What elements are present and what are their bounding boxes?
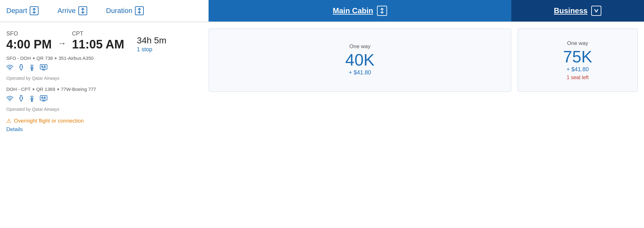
svg-point-0 (9, 69, 10, 70)
business-card[interactable]: One way 75K + $41.80 1 seat left (518, 28, 638, 92)
duration-time: 34h 5m (137, 35, 166, 46)
arrive-sort-button[interactable]: Arrive (58, 6, 87, 15)
power-icon-2 (18, 95, 24, 104)
entertainment-icon-2 (40, 95, 47, 103)
duration-block: 34h 5m 1 stop (137, 28, 166, 53)
duration-sort-button[interactable]: Duration (106, 6, 144, 15)
stops: 1 stop (137, 46, 166, 53)
overnight-warning: ⚠ Overnight flight or connection (6, 117, 202, 124)
svg-rect-8 (40, 96, 47, 100)
arrive-airport: CPT (72, 30, 124, 37)
business-card-label: One way (567, 40, 588, 47)
svg-point-6 (9, 100, 10, 101)
svg-rect-10 (44, 97, 46, 98)
depart-sort-button[interactable]: Depart (6, 6, 39, 15)
svg-rect-11 (41, 98, 46, 99)
wifi-icon (6, 65, 13, 72)
svg-rect-5 (41, 67, 46, 68)
overnight-text: Overnight flight or connection (14, 118, 84, 124)
duration-sort-icon (135, 6, 144, 15)
main-cabin-sort-icon (377, 6, 387, 16)
main-cabin-header[interactable]: Main Cabin (209, 0, 511, 22)
warning-icon: ⚠ (6, 117, 11, 124)
svg-point-7 (31, 100, 33, 102)
segment2-aircraft: 77W-Boeing 777 (61, 86, 96, 92)
segment1-route: SFO - DOH (6, 55, 31, 61)
price-cards: One way 40K + $41.80 One way 75K + $41.8… (209, 28, 644, 92)
arrow-block: → (52, 38, 72, 48)
business-points: 75K (563, 48, 592, 65)
arrive-block: CPT 11:05 AM (72, 30, 124, 51)
usb-icon (29, 64, 35, 73)
header-row: Depart Arrive Duration M (0, 0, 644, 22)
arrive-time: 11:05 AM (72, 38, 124, 51)
duration-label: Duration (106, 7, 132, 15)
business-header[interactable]: Business (511, 0, 644, 22)
depart-time: 4:00 PM (6, 38, 52, 51)
dot4 (57, 88, 59, 90)
segment1-flight: QR 738 (37, 55, 53, 61)
main-content: SFO 4:00 PM → CPT 11:05 AM 34h 5m 1 stop… (0, 22, 644, 139)
dot2 (55, 57, 57, 59)
depart-airport: SFO (6, 30, 52, 37)
segment2-route-info: DOH - CPT QR 1369 77W-Boeing 777 (6, 86, 202, 92)
segment1-aircraft: 351-Airbus A350 (58, 55, 94, 61)
main-cabin-cash: + $41.80 (349, 69, 371, 76)
segment1-operator: Operated by Qatar Airways (6, 76, 202, 81)
main-cabin-points: 40K (345, 52, 375, 68)
main-cabin-card[interactable]: One way 40K + $41.80 (209, 28, 511, 92)
flight-info: SFO 4:00 PM → CPT 11:05 AM 34h 5m 1 stop… (6, 28, 209, 133)
segment1-amenities (6, 64, 202, 73)
main-cabin-label: Main Cabin (333, 6, 373, 15)
arrive-label: Arrive (58, 7, 76, 15)
svg-rect-3 (41, 66, 43, 67)
usb-icon-2 (29, 95, 35, 104)
svg-rect-4 (44, 66, 46, 67)
business-cash: + $41.80 (567, 66, 589, 73)
dot3 (33, 88, 34, 90)
segment2-amenities (6, 95, 202, 104)
details-link[interactable]: Details (6, 126, 23, 132)
seats-left: 1 seat left (567, 75, 588, 80)
segment2-operator: Operated by Qatar Airways (6, 107, 202, 112)
wifi-icon-2 (6, 96, 13, 103)
main-cabin-card-label: One way (349, 43, 370, 50)
svg-point-1 (31, 69, 33, 71)
header-left: Depart Arrive Duration (0, 0, 209, 22)
svg-rect-2 (40, 65, 47, 69)
dot1 (33, 57, 35, 59)
arrive-sort-icon (78, 6, 87, 15)
depart-label: Depart (6, 7, 27, 15)
flight-times: SFO 4:00 PM → CPT 11:05 AM 34h 5m 1 stop (6, 28, 202, 53)
svg-rect-9 (41, 97, 43, 98)
business-sort-icon (591, 6, 601, 16)
power-icon (18, 64, 24, 73)
depart-sort-icon (30, 6, 39, 15)
business-label: Business (554, 6, 588, 15)
segment2-flight: QR 1369 (36, 86, 55, 92)
segment2-route: DOH - CPT (6, 86, 31, 92)
depart-block: SFO 4:00 PM (6, 30, 52, 51)
segment1-route-info: SFO - DOH QR 738 351-Airbus A350 (6, 55, 202, 61)
entertainment-icon (40, 64, 47, 72)
